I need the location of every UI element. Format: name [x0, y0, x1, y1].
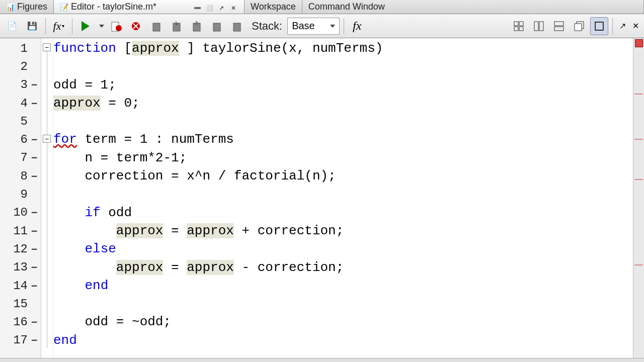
step-button[interactable] — [148, 17, 166, 35]
exit-debug-icon — [231, 20, 244, 32]
line-number[interactable]: 1 — [0, 39, 41, 57]
step-in-icon — [171, 20, 183, 32]
new-file-button[interactable]: 📄 — [3, 17, 21, 35]
dock-button[interactable]: ↗ — [617, 17, 628, 35]
tab-command-window[interactable]: Command Window — [302, 0, 644, 14]
line-number[interactable]: 11– — [0, 222, 41, 240]
editor-toolbar: 📄 💾 fx▾ Stack: Base fx ↗ ✕ — [0, 14, 644, 38]
maximize-button[interactable] — [590, 17, 608, 35]
continue-icon — [211, 20, 223, 32]
exit-debug-button[interactable] — [228, 17, 247, 35]
function-hints-button[interactable]: fx▾ — [50, 17, 68, 35]
dock-icon: ↗ — [619, 21, 626, 31]
svg-rect-17 — [554, 27, 564, 31]
line-number[interactable]: 7– — [0, 149, 41, 167]
tab-figures[interactable]: 📊 Figures — [0, 0, 54, 14]
error-indicator[interactable] — [635, 39, 643, 47]
close-icon: ✕ — [632, 21, 639, 31]
separator — [612, 18, 613, 34]
chevron-down-icon: ▾ — [62, 23, 64, 29]
line-number[interactable]: 15 — [0, 295, 41, 313]
chevron-down-icon — [99, 25, 104, 28]
play-icon — [82, 21, 90, 31]
figures-icon: 📊 — [6, 3, 14, 11]
code-editor[interactable]: function [approx ] taylorSine(x, numTerm… — [53, 38, 633, 358]
svg-rect-5 — [153, 23, 160, 31]
status-bar — [0, 358, 644, 362]
keyword: end — [53, 333, 77, 348]
line-number[interactable]: 17– — [0, 331, 41, 349]
run-dropdown[interactable] — [97, 17, 106, 35]
maximize-icon[interactable]: ⬜ — [205, 4, 214, 13]
clear-breakpoints-button[interactable] — [128, 17, 146, 35]
svg-rect-12 — [514, 27, 518, 31]
undock-icon[interactable]: ↗ — [217, 4, 226, 13]
svg-rect-20 — [595, 22, 603, 30]
tab-label: Figures — [17, 2, 47, 12]
tab-label: Workspace — [251, 2, 296, 12]
split-v-icon — [533, 21, 544, 32]
tab-bar: 📊 Figures 📝 Editor - taylorSine.m* ➖ ⬜ ↗… — [0, 0, 644, 14]
line-number[interactable]: 10– — [0, 204, 41, 222]
tab-label: Editor - taylorSine.m* — [71, 2, 156, 12]
tile-button-2[interactable] — [530, 17, 548, 35]
line-number-gutter: 123–4–56–7–8–910–11–12–13–14–1516–17– — [0, 38, 41, 358]
svg-rect-7 — [193, 23, 200, 31]
new-file-icon: 📄 — [7, 21, 17, 31]
fx-icon: fx — [353, 19, 361, 33]
fold-line — [47, 51, 47, 348]
svg-rect-13 — [519, 27, 523, 31]
highlighted-var: approx — [116, 260, 164, 275]
svg-rect-14 — [534, 22, 538, 31]
message-bar[interactable] — [633, 38, 644, 358]
warning-tick[interactable] — [634, 94, 643, 95]
stack-select[interactable]: Base — [287, 18, 340, 35]
tile-icon — [513, 21, 524, 32]
tab-workspace[interactable]: Workspace — [245, 0, 302, 14]
line-number[interactable]: 16– — [0, 313, 41, 331]
minimize-icon[interactable]: ➖ — [193, 4, 202, 13]
fold-toggle[interactable]: − — [43, 135, 51, 143]
warning-tick[interactable] — [634, 264, 643, 265]
line-number[interactable]: 12– — [0, 240, 41, 258]
insert-function-button[interactable]: fx — [348, 17, 366, 35]
line-number[interactable]: 13– — [0, 258, 41, 277]
tab-editor[interactable]: 📝 Editor - taylorSine.m* ➖ ⬜ ↗ ✕ — [54, 0, 245, 14]
line-number[interactable]: 6– — [0, 130, 41, 148]
fold-column: − − — [41, 38, 53, 358]
fx-icon: fx — [53, 20, 61, 33]
run-button[interactable] — [76, 17, 95, 35]
float-icon — [574, 21, 585, 32]
continue-button[interactable] — [208, 17, 226, 35]
step-in-button[interactable] — [168, 17, 186, 35]
stack-value: Base — [292, 20, 315, 32]
step-out-button[interactable] — [188, 17, 206, 35]
close-icon[interactable]: ✕ — [229, 4, 238, 13]
svg-rect-11 — [519, 22, 523, 26]
svg-point-1 — [116, 25, 122, 31]
separator — [45, 18, 46, 34]
tab-label: Command Window — [308, 2, 385, 12]
line-number[interactable]: 14– — [0, 277, 41, 295]
save-button[interactable]: 💾 — [23, 17, 41, 35]
close-panel-button[interactable]: ✕ — [630, 17, 641, 35]
fold-toggle[interactable]: − — [43, 43, 51, 51]
set-breakpoint-button[interactable] — [108, 17, 126, 35]
highlighted-var: approx — [187, 260, 234, 275]
warning-tick[interactable] — [634, 139, 643, 140]
maximize-icon — [594, 21, 605, 32]
line-number[interactable]: 3– — [0, 76, 41, 94]
tile-button-1[interactable] — [510, 17, 528, 35]
editor-icon: 📝 — [60, 3, 68, 11]
line-number[interactable]: 5 — [0, 112, 41, 130]
save-icon: 💾 — [27, 21, 37, 31]
tile-button-3[interactable] — [550, 17, 568, 35]
line-number[interactable]: 2 — [0, 57, 41, 75]
warning-tick[interactable] — [634, 179, 643, 180]
clear-breakpoint-icon — [131, 20, 143, 32]
line-number[interactable]: 9 — [0, 185, 41, 203]
line-number[interactable]: 8– — [0, 167, 41, 185]
breakpoint-icon — [111, 20, 123, 32]
float-button[interactable] — [570, 17, 588, 35]
line-number[interactable]: 4– — [0, 94, 41, 112]
